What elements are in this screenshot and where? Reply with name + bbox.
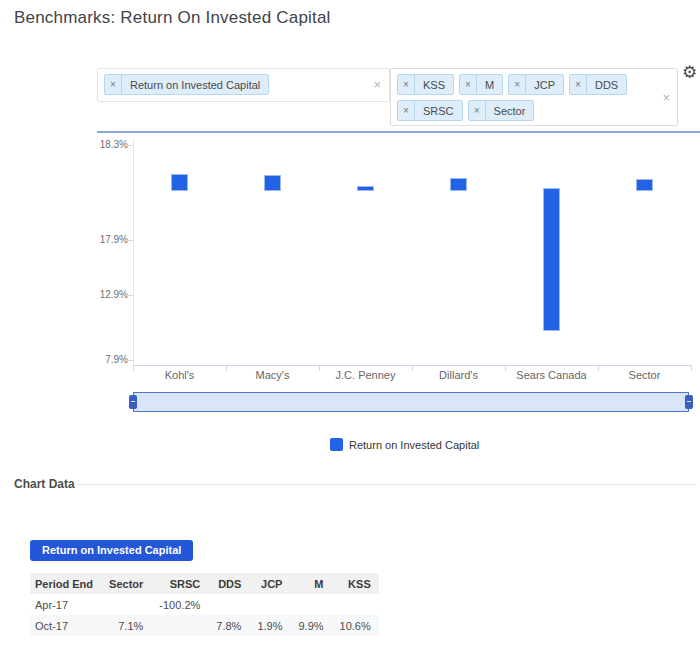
tag-remove-icon[interactable]: × [105, 75, 122, 94]
table-header-cell: M [290, 573, 331, 594]
table-cell: Apr-17 [30, 594, 101, 615]
y-axis-tick [127, 240, 133, 241]
tag-remove-icon[interactable]: × [398, 75, 415, 94]
section-divider [77, 484, 697, 485]
table-cell [208, 594, 249, 615]
tag-label: M [477, 75, 502, 94]
bar-DDS[interactable] [451, 179, 466, 190]
table-cell [101, 594, 151, 615]
tag-label: JCP [526, 75, 563, 94]
table-cell: Oct-17 [30, 615, 101, 636]
bar-Sector[interactable] [637, 180, 652, 190]
benchmarks-page: Benchmarks: Return On Invested Capital ×… [0, 0, 700, 646]
table-header-cell: Period End [30, 573, 101, 594]
bar-KSS[interactable] [172, 175, 187, 190]
x-axis-label: Macy's [226, 369, 319, 381]
filter-tag[interactable]: ×M [459, 74, 503, 95]
company-clear-icon[interactable]: × [662, 91, 670, 104]
legend-label: Return on Invested Capital [349, 439, 479, 451]
y-axis-tick [127, 295, 133, 296]
navigator-handle-right[interactable] [685, 395, 693, 409]
tag-label: Return on Invested Capital [122, 75, 268, 94]
table-header-cell: SRSC [151, 573, 208, 594]
filter-tag[interactable]: ×JCP [508, 74, 564, 95]
settings-gear-icon[interactable]: ⚙ [682, 62, 697, 82]
table-cell: 1.9% [249, 615, 290, 636]
bar-JCP[interactable] [358, 187, 373, 190]
tag-remove-icon[interactable]: × [469, 101, 486, 120]
y-axis-tick [127, 145, 133, 146]
table-cell: 7.8% [208, 615, 249, 636]
chart-data-heading: Chart Data [14, 477, 75, 491]
y-axis-label: 12.9% [86, 289, 128, 300]
company-filter-box[interactable]: ×KSS×M×JCP×DDS×SRSC×Sector × [390, 68, 678, 126]
metric-filter-box[interactable]: ×Return on Invested Capital × [97, 68, 390, 102]
y-axis-label: 17.9% [86, 234, 128, 245]
table-cell: 10.6% [332, 615, 379, 636]
legend-swatch [330, 438, 343, 451]
table-cell: -100.2% [151, 594, 208, 615]
tag-remove-icon[interactable]: × [398, 101, 415, 120]
tag-label: SRSC [415, 101, 462, 120]
y-axis-label: 18.3% [86, 139, 128, 150]
bar-SRSC[interactable] [544, 189, 559, 330]
tag-remove-icon[interactable]: × [570, 75, 587, 94]
filter-tag[interactable]: ×Return on Invested Capital [104, 74, 269, 95]
tag-label: KSS [415, 75, 453, 94]
y-axis-line [133, 138, 134, 365]
navigator-scrollbar[interactable] [133, 392, 689, 412]
metric-clear-icon[interactable]: × [373, 78, 381, 91]
y-axis-label: 7.9% [86, 354, 128, 365]
table-row: Apr-17-100.2% [30, 594, 379, 615]
tag-label: Sector [486, 101, 534, 120]
filter-tag[interactable]: ×Sector [468, 100, 535, 121]
filter-tag[interactable]: ×KSS [397, 74, 454, 95]
chart-data-table: Period EndSectorSRSCDDSJCPMKSS Apr-17-10… [30, 573, 379, 636]
table-cell [290, 594, 331, 615]
x-axis-tick [691, 365, 692, 371]
table-cell: 9.9% [290, 615, 331, 636]
table-header-cell: DDS [208, 573, 249, 594]
table-row: Oct-177.1%7.8%1.9%9.9%10.6% [30, 615, 379, 636]
metric-tags: ×Return on Invested Capital [104, 74, 367, 95]
x-axis-label: J.C. Penney [319, 369, 412, 381]
metric-tab-button[interactable]: Return on Invested Capital [30, 540, 193, 561]
filter-underline [97, 131, 700, 133]
table-cell [151, 615, 208, 636]
bar-M[interactable] [265, 176, 280, 190]
tag-label: DDS [587, 75, 626, 94]
x-axis-label: Kohl's [133, 369, 226, 381]
tag-remove-icon[interactable]: × [460, 75, 477, 94]
table-cell [332, 594, 379, 615]
y-axis-tick [127, 360, 133, 361]
legend-item[interactable]: Return on Invested Capital [330, 438, 479, 451]
navigator-handle-left[interactable] [129, 395, 137, 409]
table-header-cell: JCP [249, 573, 290, 594]
filter-tag[interactable]: ×SRSC [397, 100, 463, 121]
company-tags: ×KSS×M×JCP×DDS×SRSC×Sector [397, 74, 655, 121]
table-header-cell: KSS [332, 573, 379, 594]
page-title: Benchmarks: Return On Invested Capital [14, 8, 331, 28]
tag-remove-icon[interactable]: × [509, 75, 526, 94]
table-header-cell: Sector [101, 573, 151, 594]
table-cell [249, 594, 290, 615]
x-axis-label: Dillard's [412, 369, 505, 381]
x-axis-label: Sector [598, 369, 691, 381]
filter-tag[interactable]: ×DDS [569, 74, 627, 95]
table-header-row: Period EndSectorSRSCDDSJCPMKSS [30, 573, 379, 594]
x-axis-label: Sears Canada [505, 369, 598, 381]
table-cell: 7.1% [101, 615, 151, 636]
